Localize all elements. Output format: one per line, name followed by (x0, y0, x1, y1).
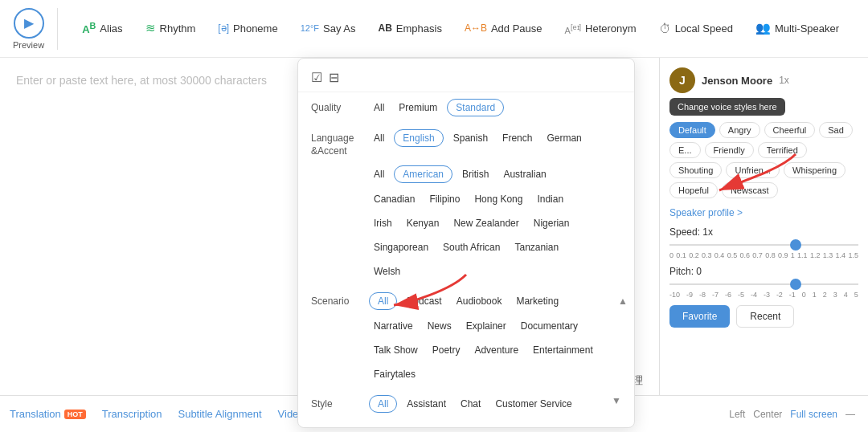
scenario-news-btn[interactable]: News (423, 318, 457, 334)
language-row1: Language &Accent All English Spanish Fre… (298, 123, 634, 164)
scenario-all-btn[interactable]: All (369, 292, 397, 310)
scenario-adventure-btn[interactable]: Adventure (469, 342, 523, 358)
accent-welsh-btn[interactable]: Welsh (369, 263, 405, 279)
quality-all-btn[interactable]: All (369, 99, 389, 116)
style-newscast-btn[interactable]: Newscast (722, 182, 778, 198)
scenario-explainer-btn[interactable]: Explainer (461, 318, 511, 334)
accent-singaporean-btn[interactable]: Singaporean (369, 239, 433, 255)
accent-australian-btn[interactable]: Australian (498, 165, 551, 183)
style-label: Style (311, 395, 359, 411)
style-chat-btn[interactable]: Chat (456, 395, 485, 413)
style-assistant-btn[interactable]: Assistant (402, 395, 451, 413)
voice-panel: J Jenson Moore 1x Change voice styles he… (659, 58, 868, 395)
transcription-tab[interactable]: Transcription (102, 408, 162, 420)
accent-american-btn[interactable]: American (394, 165, 452, 183)
pitch-label: Pitch: 0 (669, 266, 858, 277)
sayas-label: Say As (323, 22, 355, 35)
localspeed-label: Local Speed (675, 22, 733, 35)
pitch-track[interactable] (669, 279, 858, 290)
style-hopeful-btn[interactable]: Hopeful (669, 182, 718, 198)
sayas-button[interactable]: 12°F Say As (289, 18, 367, 39)
rhythm-icon: ≋ (145, 21, 156, 35)
accent-nigerian-btn[interactable]: Nigerian (529, 215, 575, 231)
language-options5: Singaporean South African Tanzanian (369, 239, 621, 255)
quality-standard-btn[interactable]: Standard (447, 99, 504, 116)
emphasis-button[interactable]: AB Emphasis (366, 18, 452, 39)
style-scroll-icon[interactable]: ▼ (612, 395, 621, 413)
style-default-btn[interactable]: Default (669, 122, 715, 138)
multispeak-button[interactable]: 👥 Multi-Speaker (744, 18, 850, 39)
accent-tanzanian-btn[interactable]: Tanzanian (510, 239, 563, 255)
preview-section: ▶ Preview (13, 8, 58, 50)
style-e-btn[interactable]: E... (669, 142, 701, 158)
scenario-poetry-btn[interactable]: Poetry (428, 342, 465, 358)
style-shouting-btn[interactable]: Shouting (669, 162, 722, 178)
lang-all-btn[interactable]: All (369, 129, 389, 147)
view-left[interactable]: Left (729, 409, 745, 420)
accent-british-btn[interactable]: British (457, 165, 493, 183)
scenario-audiobook-btn[interactable]: Audiobook (452, 292, 507, 310)
favorite-button[interactable]: Favorite (669, 305, 730, 328)
translation-tab[interactable]: Translation HOT (10, 408, 86, 420)
scenario-documentary-btn[interactable]: Documentary (516, 318, 583, 334)
preview-button[interactable]: ▶ (14, 8, 44, 39)
speaker-profile-link[interactable]: Speaker profile > (669, 207, 743, 218)
lang-french-btn[interactable]: French (497, 129, 537, 147)
scenario-talkshow-btn[interactable]: Talk Show (369, 342, 423, 358)
scenario-label: Scenario (311, 292, 359, 308)
scenario-podcast-btn[interactable]: Podcast (402, 292, 446, 310)
localspeed-icon: ⏱ (659, 22, 671, 35)
style-terrified-btn[interactable]: Terrified (758, 142, 807, 158)
style-unfriendly-btn[interactable]: Unfrien... (726, 162, 780, 178)
rhythm-button[interactable]: ≋ Rhythm (134, 18, 207, 39)
accent-all-btn[interactable]: All (369, 165, 389, 183)
minus-icon[interactable]: ⊟ (329, 70, 339, 85)
accent-irish-btn[interactable]: Irish (369, 215, 397, 231)
view-fullscreen[interactable]: Full screen (790, 409, 837, 420)
lang-german-btn[interactable]: German (542, 129, 586, 147)
dropdown-panel: ☑ ⊟ Quality All Premium Standard Languag… (297, 58, 635, 428)
style-sad-btn[interactable]: Sad (819, 122, 853, 138)
bottom-divider: — (845, 409, 855, 420)
style-friendly-btn[interactable]: Friendly (705, 142, 754, 158)
language-options1: All English Spanish French German (369, 129, 621, 147)
subtitle-tab[interactable]: Subtitle Alignment (178, 408, 261, 420)
accent-southafrican-btn[interactable]: South African (438, 239, 505, 255)
speed-dot[interactable] (790, 239, 801, 251)
style-customerservice-btn[interactable]: Customer Service (490, 395, 576, 413)
accent-canadian-btn[interactable]: Canadian (369, 191, 420, 207)
scenario-marketing-btn[interactable]: Marketing (511, 292, 563, 310)
addpause-button[interactable]: A↔B Add Pause (453, 18, 554, 39)
quality-row: Quality All Premium Standard (298, 92, 634, 123)
lang-spanish-btn[interactable]: Spanish (448, 129, 493, 147)
accent-indian-btn[interactable]: Indian (532, 191, 568, 207)
speed-track[interactable] (669, 239, 858, 251)
scroll-up-icon[interactable]: ▲ (618, 295, 628, 307)
language-row5: Singaporean South African Tanzanian (298, 238, 634, 262)
recent-button[interactable]: Recent (736, 305, 794, 328)
accent-nz-btn[interactable]: New Zealander (448, 215, 523, 231)
style-whispering-btn[interactable]: Whispering (784, 162, 845, 178)
accent-hongkong-btn[interactable]: Hong Kong (469, 191, 527, 207)
accent-kenyan-btn[interactable]: Kenyan (402, 215, 444, 231)
quality-premium-btn[interactable]: Premium (394, 99, 442, 116)
view-center[interactable]: Center (753, 409, 782, 420)
multispeak-label: Multi-Speaker (775, 22, 839, 35)
style-angry-btn[interactable]: Angry (719, 122, 760, 138)
scenario-narrative-btn[interactable]: Narrative (369, 318, 418, 334)
scenario-entertainment-btn[interactable]: Entertainment (528, 342, 598, 358)
localspeed-button[interactable]: ⏱ Local Speed (648, 18, 744, 39)
heteronym-button[interactable]: A[eɪ] Heteronym (554, 18, 648, 39)
style-all-btn[interactable]: All (369, 395, 397, 413)
language-options3: Canadian Filipino Hong Kong Indian (369, 191, 621, 207)
lang-english-btn[interactable]: English (394, 129, 443, 147)
style-cheerful-btn[interactable]: Cheerful (764, 122, 816, 138)
accent-filipino-btn[interactable]: Filipino (424, 191, 465, 207)
phoneme-button[interactable]: [ə] Phoneme (207, 18, 289, 39)
pitch-dot[interactable] (790, 279, 801, 290)
style-options: All Assistant Chat Customer Service ▼ (369, 395, 621, 413)
check-icon[interactable]: ☑ (311, 70, 322, 85)
quality-options: All Premium Standard (369, 99, 621, 116)
scenario-fairytales-btn[interactable]: Fairytales (369, 366, 420, 382)
alias-button[interactable]: AB Alias (71, 18, 133, 39)
